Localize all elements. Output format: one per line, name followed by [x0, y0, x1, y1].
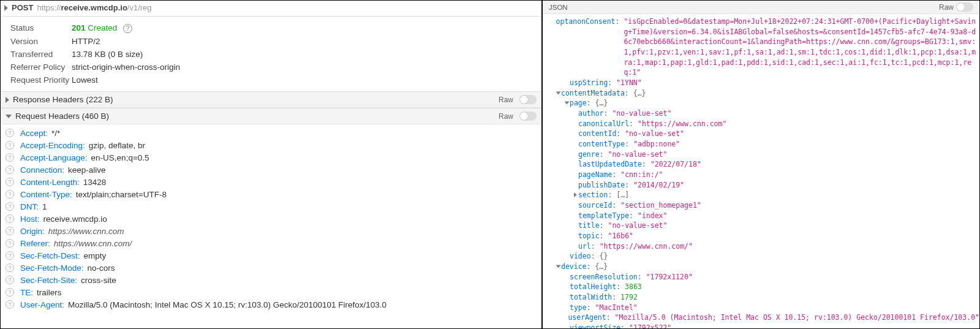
- json-key: totalHeight: [570, 282, 616, 292]
- request-headers-section[interactable]: Request Headers (460 B) Raw: [1, 108, 541, 124]
- json-row[interactable]: type: "MacIntel": [546, 303, 979, 313]
- json-row[interactable]: pageName: "cnn:in:/": [546, 170, 979, 180]
- json-value: "1792x522": [629, 323, 671, 328]
- request-line[interactable]: POST https://receive.wmcdp.io/v1/reg: [1, 1, 541, 17]
- json-row[interactable]: canonicalUrl: "https://www.cnn.com": [546, 119, 979, 129]
- request-summary: Status 201 Created ? Version HTTP/2 Tran…: [1, 17, 541, 91]
- raw-toggle[interactable]: [519, 95, 537, 104]
- help-icon[interactable]: ?: [123, 24, 132, 33]
- json-key: userAgent: [568, 312, 606, 323]
- json-row[interactable]: userAgent: "Mozilla/5.0 (Macintosh; Inte…: [546, 312, 979, 323]
- json-row[interactable]: section: […]: [546, 190, 979, 200]
- help-icon[interactable]: ?: [6, 214, 14, 223]
- help-icon[interactable]: ?: [6, 178, 14, 186]
- header-row: ?Content-Type:text/plain;charset=UTF-8: [6, 188, 541, 200]
- header-name: Accept-Language:: [20, 153, 88, 162]
- json-row[interactable]: contentId: "no-value-set": [546, 129, 979, 139]
- help-icon[interactable]: ?: [6, 153, 14, 162]
- header-row: ?Sec-Fetch-Mode:no-cors: [6, 262, 541, 274]
- help-icon[interactable]: ?: [6, 202, 14, 211]
- help-icon[interactable]: ?: [6, 190, 14, 199]
- header-name: TE:: [20, 288, 33, 297]
- json-value: "1792x1120": [646, 272, 693, 282]
- json-row[interactable]: topic: "16b6": [546, 231, 979, 241]
- json-row[interactable]: totalWidth: 1792: [546, 292, 979, 303]
- json-row[interactable]: title: "no-value-set": [546, 221, 979, 231]
- request-headers-list: ?Accept:*/*?Accept-Encoding:gzip, deflat…: [1, 124, 541, 313]
- json-key: uspString: [570, 78, 608, 88]
- help-icon[interactable]: ?: [6, 300, 14, 309]
- json-key: type: [570, 303, 587, 313]
- json-value: "Mozilla/5.0 (Macintosh; Intel Mac OS X …: [615, 312, 979, 323]
- header-row: ?Host:receive.wmcdp.io: [6, 213, 541, 225]
- chevron-right-icon: [4, 5, 8, 11]
- summary-value-transferred: 13.78 KB (0 B size): [72, 50, 143, 59]
- header-name: Sec-Fetch-Site:: [20, 276, 77, 285]
- help-icon[interactable]: ?: [6, 276, 14, 284]
- json-row[interactable]: lastUpdatedDate: "2022/07/18": [546, 159, 979, 170]
- header-name: Referer:: [20, 239, 50, 248]
- summary-value-referrer: strict-origin-when-cross-origin: [72, 62, 180, 72]
- chevron-down-icon[interactable]: [555, 88, 561, 99]
- json-row[interactable]: page: {…}: [546, 98, 979, 108]
- json-row[interactable]: uspString: "1YNN": [546, 78, 979, 88]
- json-value: "adbp:none": [633, 139, 680, 149]
- raw-toggle[interactable]: [956, 2, 973, 12]
- json-row[interactable]: contentMetadata: {…}: [546, 88, 979, 99]
- json-value: "isGpcEnabled=0&datestamp=Mon+Jul+18+202…: [624, 17, 979, 78]
- help-icon[interactable]: ?: [6, 288, 14, 297]
- json-row[interactable]: screenResolution: "1792x1120": [546, 272, 979, 282]
- help-icon[interactable]: ?: [6, 251, 14, 260]
- header-row: ?Accept-Encoding:gzip, deflate, br: [6, 139, 541, 151]
- json-tab-label[interactable]: JSON: [549, 4, 568, 11]
- raw-toggle[interactable]: [519, 112, 537, 121]
- help-icon[interactable]: ?: [6, 263, 14, 272]
- raw-label: Raw: [499, 96, 513, 104]
- chevron-right-icon[interactable]: [572, 190, 578, 200]
- help-icon[interactable]: ?: [6, 129, 14, 137]
- help-icon[interactable]: ?: [6, 165, 14, 174]
- json-row[interactable]: templateType: "index": [546, 211, 979, 221]
- json-tree[interactable]: optanonConsent: "isGpcEnabled=0&datestam…: [543, 14, 979, 328]
- json-value: "no-value-set": [625, 129, 684, 139]
- help-icon[interactable]: ?: [6, 227, 14, 235]
- json-key: device: [561, 262, 587, 272]
- json-row[interactable]: totalHeight: 3863: [546, 282, 979, 292]
- chevron-down-icon[interactable]: [555, 262, 561, 272]
- json-key: pageName: [578, 170, 612, 180]
- json-row[interactable]: device: {…}: [546, 262, 979, 272]
- header-value: empty: [84, 251, 107, 260]
- header-value: gzip, deflate, br: [89, 141, 145, 150]
- json-value: "16b6": [608, 231, 633, 241]
- json-row[interactable]: viewportSize: "1792x522": [546, 323, 979, 328]
- json-row[interactable]: genre: "no-value-set": [546, 149, 979, 160]
- chevron-down-icon[interactable]: [564, 98, 570, 108]
- header-row: ?Content-Length:13428: [6, 176, 541, 188]
- json-value: "no-value-set": [608, 149, 667, 160]
- json-value: "no-value-set": [612, 108, 671, 119]
- header-value: https://www.cnn.com: [48, 227, 124, 236]
- json-key: video: [570, 251, 591, 262]
- json-value: 3863: [625, 282, 642, 292]
- json-row[interactable]: sourceId: "section_homepage1": [546, 200, 979, 211]
- json-key: lastUpdatedDate: [578, 159, 642, 170]
- json-key: totalWidth: [570, 292, 612, 303]
- response-headers-section[interactable]: Response Headers (222 B) Raw: [1, 91, 541, 108]
- header-row: ?Accept-Language:en-US,en;q=0.5: [6, 151, 541, 164]
- json-value: "index": [638, 211, 667, 221]
- json-key: author: [578, 108, 604, 119]
- json-header: JSON Raw: [543, 1, 979, 14]
- json-key: url: [578, 241, 591, 252]
- json-row[interactable]: author: "no-value-set": [546, 108, 979, 119]
- json-key: contentType: [578, 139, 625, 149]
- help-icon[interactable]: ?: [6, 239, 14, 248]
- header-value: receive.wmcdp.io: [43, 214, 107, 224]
- json-row[interactable]: video: {}: [546, 251, 979, 262]
- header-name: User-Agent:: [20, 300, 64, 309]
- json-row[interactable]: optanonConsent: "isGpcEnabled=0&datestam…: [546, 17, 979, 78]
- json-row[interactable]: contentType: "adbp:none": [546, 139, 979, 149]
- json-row[interactable]: url: "https://www.cnn.com/": [546, 241, 979, 252]
- help-icon[interactable]: ?: [6, 141, 14, 149]
- json-row[interactable]: publishDate: "2014/02/19": [546, 180, 979, 191]
- json-value: […]: [616, 190, 629, 200]
